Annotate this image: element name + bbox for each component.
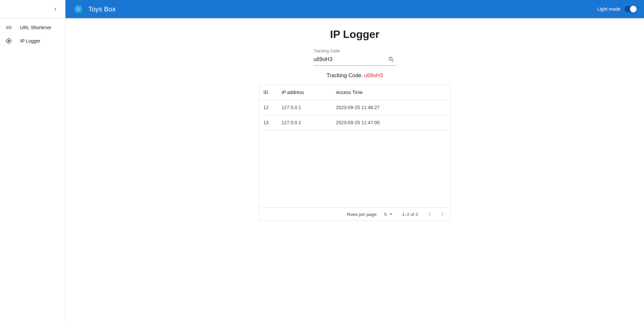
table-row: 12 127.0.0.1 2023-09-25 11:46:27 (259, 100, 450, 115)
topbar-right: Light mode (597, 6, 636, 12)
tracking-display-label: Tracking Code: (327, 73, 363, 79)
chevron-left-icon (426, 211, 433, 218)
tracking-code-input[interactable] (314, 56, 387, 62)
search-icon (388, 56, 395, 63)
cell-time: 2023-09-25 11:46:27 (333, 100, 450, 115)
chevron-right-icon (439, 211, 446, 218)
cell-id: 13 (259, 115, 279, 130)
pagination-prev-button[interactable] (426, 211, 433, 218)
link-icon (5, 24, 12, 31)
topbar-left: Toys Box (74, 4, 116, 14)
table-container: ID IP address Access Time 12 127.0.0.1 2… (259, 85, 450, 221)
column-header-ip[interactable]: IP address (279, 85, 333, 100)
sidebar-item-ip-logger[interactable]: IP Logger (0, 34, 65, 48)
app-title: Toys Box (88, 5, 116, 13)
track-icon (5, 38, 12, 44)
cell-ip: 127.0.0.1 (279, 115, 333, 130)
sidebar: URL Shortener IP Logger (0, 0, 66, 323)
react-logo-icon (74, 4, 83, 14)
main: Toys Box Light mode IP Logger Tracking C… (66, 0, 644, 323)
table-footer: Rows per page: 5 1–2 of 2 (259, 207, 450, 221)
chevron-down-icon (388, 211, 394, 217)
cell-time: 2023-09-25 11:47:00 (333, 115, 450, 130)
mode-label: Light mode (597, 6, 620, 12)
cell-ip: 127.0.0.1 (279, 100, 333, 115)
pagination-next-button[interactable] (439, 211, 446, 218)
chevron-left-icon (52, 6, 58, 12)
rows-value: 5 (384, 212, 387, 217)
tracking-display-value: u69oH3 (364, 73, 383, 79)
sidebar-header (0, 0, 65, 18)
rows-per-page-select[interactable]: 5 (384, 211, 394, 217)
page-title: IP Logger (330, 28, 380, 41)
theme-toggle[interactable] (625, 6, 636, 12)
column-header-time[interactable]: Access Time (333, 85, 450, 100)
search-button[interactable] (387, 55, 396, 64)
search-container: Tracking Code (314, 50, 396, 66)
toggle-thumb (630, 6, 637, 12)
column-header-id[interactable]: ID (259, 85, 279, 100)
sidebar-collapse-button[interactable] (52, 6, 58, 12)
pagination-nav (426, 211, 446, 218)
content: IP Logger Tracking Code Tracking Code: u… (66, 18, 644, 323)
sidebar-nav: URL Shortener IP Logger (0, 18, 65, 48)
log-table: ID IP address Access Time 12 127.0.0.1 2… (259, 85, 450, 130)
cell-id: 12 (259, 100, 279, 115)
sidebar-item-label: URL Shortener (20, 25, 51, 30)
rows-per-page: Rows per page: 5 (347, 211, 394, 217)
search-label: Tracking Code (314, 49, 340, 53)
sidebar-item-url-shortener[interactable]: URL Shortener (0, 21, 65, 34)
pagination-range: 1–2 of 2 (402, 212, 418, 217)
rows-per-page-label: Rows per page: (347, 212, 378, 217)
tracking-display: Tracking Code: u69oH3 (327, 73, 383, 79)
svg-point-0 (78, 8, 79, 10)
table-row: 13 127.0.0.1 2023-09-25 11:47:00 (259, 115, 450, 130)
topbar: Toys Box Light mode (66, 0, 644, 18)
sidebar-item-label: IP Logger (20, 38, 40, 44)
